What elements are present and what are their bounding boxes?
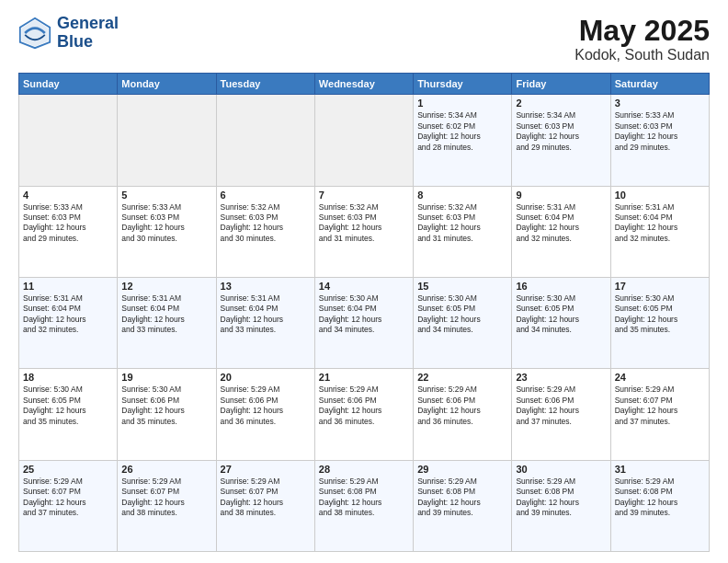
day-number: 6 [221, 190, 311, 201]
calendar-cell: 12Sunrise: 5:31 AM Sunset: 6:04 PM Dayli… [118, 277, 216, 368]
day-number: 13 [221, 281, 311, 292]
day-number: 7 [319, 190, 409, 201]
day-info: Sunrise: 5:32 AM Sunset: 6:03 PM Dayligh… [319, 202, 409, 245]
day-number: 26 [121, 464, 211, 475]
calendar-cell: 8Sunrise: 5:32 AM Sunset: 6:03 PM Daylig… [414, 186, 512, 277]
calendar-cell: 17Sunrise: 5:30 AM Sunset: 6:05 PM Dayli… [610, 277, 709, 368]
calendar-cell: 13Sunrise: 5:31 AM Sunset: 6:04 PM Dayli… [216, 277, 314, 368]
calendar-title: May 2025 [574, 15, 710, 47]
day-info: Sunrise: 5:31 AM Sunset: 6:04 PM Dayligh… [121, 293, 211, 336]
calendar-table: SundayMondayTuesdayWednesdayThursdayFrid… [18, 73, 710, 552]
day-info: Sunrise: 5:32 AM Sunset: 6:03 PM Dayligh… [221, 202, 311, 245]
day-info: Sunrise: 5:29 AM Sunset: 6:06 PM Dayligh… [417, 385, 507, 427]
day-number: 19 [121, 372, 211, 383]
day-info: Sunrise: 5:31 AM Sunset: 6:04 PM Dayligh… [23, 293, 113, 336]
day-info: Sunrise: 5:30 AM Sunset: 6:04 PM Dayligh… [319, 293, 409, 336]
calendar-cell: 30Sunrise: 5:29 AM Sunset: 6:08 PM Dayli… [512, 460, 610, 551]
day-info: Sunrise: 5:31 AM Sunset: 6:04 PM Dayligh… [221, 293, 311, 336]
day-info: Sunrise: 5:34 AM Sunset: 6:03 PM Dayligh… [516, 110, 606, 153]
calendar-week-5: 25Sunrise: 5:29 AM Sunset: 6:07 PM Dayli… [19, 460, 710, 551]
calendar-cell: 25Sunrise: 5:29 AM Sunset: 6:07 PM Dayli… [19, 460, 118, 551]
day-number: 22 [417, 372, 507, 383]
calendar-cell: 23Sunrise: 5:29 AM Sunset: 6:06 PM Dayli… [512, 369, 610, 460]
day-number: 30 [516, 464, 606, 475]
logo-line2: Blue [57, 33, 119, 52]
day-number: 17 [615, 281, 705, 292]
calendar-week-1: 1Sunrise: 5:34 AM Sunset: 6:02 PM Daylig… [19, 95, 710, 186]
calendar-cell: 10Sunrise: 5:31 AM Sunset: 6:04 PM Dayli… [610, 186, 709, 277]
day-number: 10 [615, 190, 705, 201]
calendar-cell: 29Sunrise: 5:29 AM Sunset: 6:08 PM Dayli… [414, 460, 512, 551]
logo-icon [18, 17, 51, 50]
calendar-cell: 24Sunrise: 5:29 AM Sunset: 6:07 PM Dayli… [610, 369, 709, 460]
day-info: Sunrise: 5:33 AM Sunset: 6:03 PM Dayligh… [23, 202, 113, 245]
column-header-wednesday: Wednesday [314, 74, 413, 95]
calendar-cell: 31Sunrise: 5:29 AM Sunset: 6:08 PM Dayli… [610, 460, 709, 551]
calendar-cell: 28Sunrise: 5:29 AM Sunset: 6:08 PM Dayli… [314, 460, 413, 551]
day-info: Sunrise: 5:32 AM Sunset: 6:03 PM Dayligh… [417, 202, 507, 245]
column-header-thursday: Thursday [414, 74, 512, 95]
day-number: 11 [23, 281, 113, 292]
day-info: Sunrise: 5:29 AM Sunset: 6:07 PM Dayligh… [23, 477, 113, 519]
calendar-cell: 7Sunrise: 5:32 AM Sunset: 6:03 PM Daylig… [314, 186, 413, 277]
calendar-header-row: SundayMondayTuesdayWednesdayThursdayFrid… [19, 74, 710, 95]
calendar-week-4: 18Sunrise: 5:30 AM Sunset: 6:05 PM Dayli… [19, 369, 710, 460]
calendar-week-3: 11Sunrise: 5:31 AM Sunset: 6:04 PM Dayli… [19, 277, 710, 368]
day-info: Sunrise: 5:29 AM Sunset: 6:06 PM Dayligh… [319, 385, 409, 427]
logo-line1: General [57, 15, 119, 33]
calendar-cell [314, 95, 413, 186]
calendar-cell: 19Sunrise: 5:30 AM Sunset: 6:06 PM Dayli… [118, 369, 216, 460]
day-info: Sunrise: 5:31 AM Sunset: 6:04 PM Dayligh… [615, 202, 705, 245]
calendar-cell [118, 95, 216, 186]
calendar-week-2: 4Sunrise: 5:33 AM Sunset: 6:03 PM Daylig… [19, 186, 710, 277]
calendar-cell: 14Sunrise: 5:30 AM Sunset: 6:04 PM Dayli… [314, 277, 413, 368]
calendar-cell: 2Sunrise: 5:34 AM Sunset: 6:03 PM Daylig… [512, 95, 610, 186]
calendar-cell: 15Sunrise: 5:30 AM Sunset: 6:05 PM Dayli… [414, 277, 512, 368]
day-number: 3 [615, 98, 705, 109]
day-info: Sunrise: 5:29 AM Sunset: 6:08 PM Dayligh… [417, 477, 507, 519]
calendar-cell: 1Sunrise: 5:34 AM Sunset: 6:02 PM Daylig… [414, 95, 512, 186]
day-info: Sunrise: 5:30 AM Sunset: 6:05 PM Dayligh… [417, 293, 507, 336]
day-number: 20 [221, 372, 311, 383]
column-header-sunday: Sunday [19, 74, 118, 95]
day-number: 18 [23, 372, 113, 383]
calendar-cell: 11Sunrise: 5:31 AM Sunset: 6:04 PM Dayli… [19, 277, 118, 368]
day-number: 29 [417, 464, 507, 475]
day-number: 23 [516, 372, 606, 383]
calendar-subtitle: Kodok, South Sudan [574, 47, 710, 63]
day-number: 8 [417, 190, 507, 201]
column-header-tuesday: Tuesday [216, 74, 314, 95]
day-number: 27 [221, 464, 311, 475]
day-info: Sunrise: 5:33 AM Sunset: 6:03 PM Dayligh… [615, 110, 705, 153]
day-number: 31 [615, 464, 705, 475]
day-number: 14 [319, 281, 409, 292]
calendar-cell: 16Sunrise: 5:30 AM Sunset: 6:05 PM Dayli… [512, 277, 610, 368]
calendar-cell: 27Sunrise: 5:29 AM Sunset: 6:07 PM Dayli… [216, 460, 314, 551]
calendar-cell: 3Sunrise: 5:33 AM Sunset: 6:03 PM Daylig… [610, 95, 709, 186]
column-header-friday: Friday [512, 74, 610, 95]
day-info: Sunrise: 5:29 AM Sunset: 6:07 PM Dayligh… [121, 477, 211, 519]
calendar-cell [216, 95, 314, 186]
day-info: Sunrise: 5:29 AM Sunset: 6:07 PM Dayligh… [221, 477, 311, 519]
day-number: 24 [615, 372, 705, 383]
calendar-body: 1Sunrise: 5:34 AM Sunset: 6:02 PM Daylig… [19, 95, 710, 552]
day-info: Sunrise: 5:30 AM Sunset: 6:05 PM Dayligh… [23, 385, 113, 427]
day-info: Sunrise: 5:29 AM Sunset: 6:08 PM Dayligh… [615, 477, 705, 519]
column-header-saturday: Saturday [610, 74, 709, 95]
day-number: 2 [516, 98, 606, 109]
day-info: Sunrise: 5:29 AM Sunset: 6:06 PM Dayligh… [516, 385, 606, 427]
day-number: 5 [121, 190, 211, 201]
calendar-cell: 26Sunrise: 5:29 AM Sunset: 6:07 PM Dayli… [118, 460, 216, 551]
day-number: 9 [516, 190, 606, 201]
day-info: Sunrise: 5:30 AM Sunset: 6:05 PM Dayligh… [615, 293, 705, 336]
calendar-cell: 21Sunrise: 5:29 AM Sunset: 6:06 PM Dayli… [314, 369, 413, 460]
calendar-cell: 4Sunrise: 5:33 AM Sunset: 6:03 PM Daylig… [19, 186, 118, 277]
calendar-cell: 22Sunrise: 5:29 AM Sunset: 6:06 PM Dayli… [414, 369, 512, 460]
day-info: Sunrise: 5:29 AM Sunset: 6:08 PM Dayligh… [319, 477, 409, 519]
day-number: 21 [319, 372, 409, 383]
day-info: Sunrise: 5:30 AM Sunset: 6:05 PM Dayligh… [516, 293, 606, 336]
day-number: 1 [417, 98, 507, 109]
title-block: May 2025 Kodok, South Sudan [574, 15, 710, 63]
logo: General Blue [18, 15, 119, 52]
header: General Blue May 2025 Kodok, South Sudan [18, 15, 710, 63]
